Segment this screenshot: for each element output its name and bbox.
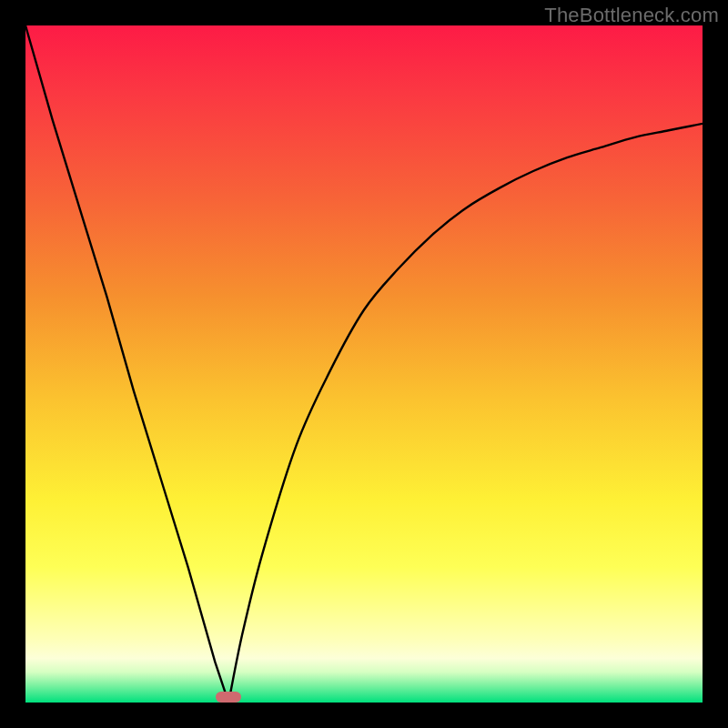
outer-frame: TheBottleneck.com bbox=[0, 0, 728, 728]
minimum-marker bbox=[216, 692, 241, 703]
watermark-text: TheBottleneck.com bbox=[544, 4, 719, 27]
plot-area bbox=[25, 25, 703, 703]
bottleneck-curve bbox=[25, 25, 703, 703]
